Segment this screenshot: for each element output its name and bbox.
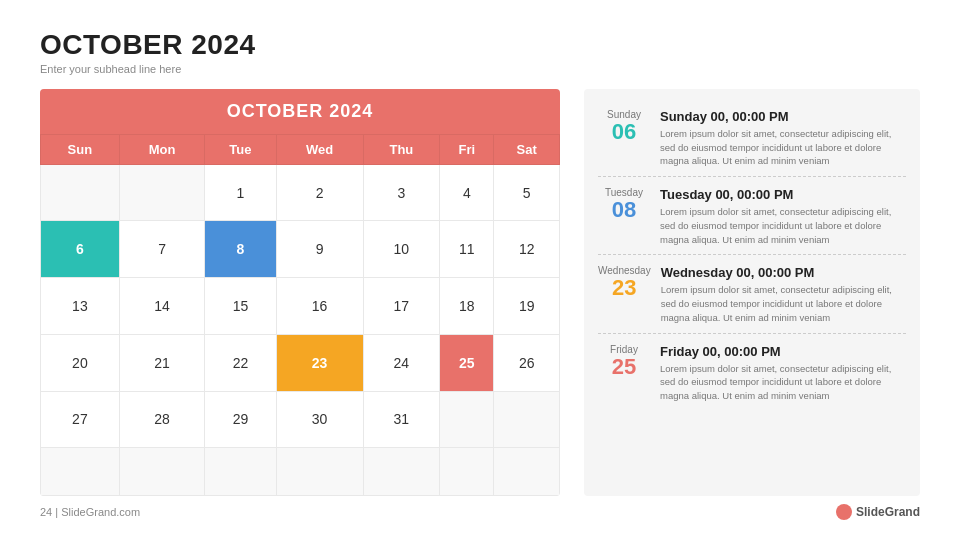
calendar-cell: 19 xyxy=(494,278,560,335)
event-details: Sunday 00, 00:00 PM Lorem ipsum dolor si… xyxy=(660,107,906,168)
calendar-cell: 28 xyxy=(119,391,204,448)
day-sat: Sat xyxy=(494,134,560,164)
content-row: OCTOBER 2024 Sun Mon Tue Wed Thu Fri Sat… xyxy=(40,89,920,496)
footer: 24 | SlideGrand.com SlideGrand xyxy=(40,496,920,520)
event-day-number: 23 xyxy=(612,276,636,300)
calendar-days-row: Sun Mon Tue Wed Thu Fri Sat xyxy=(41,134,560,164)
event-day-number: 25 xyxy=(612,355,636,379)
calendar-cell xyxy=(440,448,494,496)
footer-website: | SlideGrand.com xyxy=(55,506,140,518)
calendar-cell xyxy=(119,164,204,221)
event-title: Friday 00, 00:00 PM xyxy=(660,344,906,359)
calendar-cell: 24 xyxy=(363,334,440,391)
footer-brand: SlideGrand xyxy=(836,504,920,520)
calendar-cell xyxy=(363,448,440,496)
event-day-number: 06 xyxy=(612,120,636,144)
event-item: Wednesday 23 Wednesday 00, 00:00 PM Lore… xyxy=(598,255,906,333)
calendar-row: 13141516171819 xyxy=(41,278,560,335)
calendar-cell: 29 xyxy=(205,391,276,448)
calendar-cell: 12 xyxy=(494,221,560,278)
calendar-body: 1234567891011121314151617181920212223242… xyxy=(41,164,560,495)
event-desc: Lorem ipsum dolor sit amet, consectetur … xyxy=(660,205,906,246)
event-item: Tuesday 08 Tuesday 00, 00:00 PM Lorem ip… xyxy=(598,177,906,255)
calendar-cell xyxy=(276,448,363,496)
event-day-block: Tuesday 08 xyxy=(598,185,650,222)
event-title: Sunday 00, 00:00 PM xyxy=(660,109,906,124)
footer-page-info: 24 | SlideGrand.com xyxy=(40,506,140,518)
calendar-cell: 27 xyxy=(41,391,120,448)
calendar-cell: 18 xyxy=(440,278,494,335)
calendar-cell: 8 xyxy=(205,221,276,278)
calendar-cell: 5 xyxy=(494,164,560,221)
calendar-cell: 4 xyxy=(440,164,494,221)
page-title: OCTOBER 2024 xyxy=(40,30,920,61)
event-details: Wednesday 00, 00:00 PM Lorem ipsum dolor… xyxy=(661,263,906,324)
event-day-block: Sunday 06 xyxy=(598,107,650,144)
calendar-cell: 7 xyxy=(119,221,204,278)
calendar-row: 6789101112 xyxy=(41,221,560,278)
calendar-cell xyxy=(440,391,494,448)
events-section: Sunday 06 Sunday 00, 00:00 PM Lorem ipsu… xyxy=(584,89,920,496)
calendar-cell: 22 xyxy=(205,334,276,391)
page-number: 24 xyxy=(40,506,52,518)
calendar-section: OCTOBER 2024 Sun Mon Tue Wed Thu Fri Sat… xyxy=(40,89,560,496)
calendar-row: 2728293031 xyxy=(41,391,560,448)
page: OCTOBER 2024 Enter your subhead line her… xyxy=(0,0,960,540)
calendar-row: 12345 xyxy=(41,164,560,221)
calendar-header: OCTOBER 2024 xyxy=(40,89,560,134)
calendar-cell: 23 xyxy=(276,334,363,391)
calendar-cell: 11 xyxy=(440,221,494,278)
calendar-cell: 26 xyxy=(494,334,560,391)
calendar-cell xyxy=(205,448,276,496)
day-sun: Sun xyxy=(41,134,120,164)
event-title: Tuesday 00, 00:00 PM xyxy=(660,187,906,202)
event-day-block: Wednesday 23 xyxy=(598,263,651,300)
calendar-cell: 21 xyxy=(119,334,204,391)
calendar-cell: 14 xyxy=(119,278,204,335)
event-item: Friday 25 Friday 00, 00:00 PM Lorem ipsu… xyxy=(598,334,906,411)
event-title: Wednesday 00, 00:00 PM xyxy=(661,265,906,280)
brand-icon xyxy=(836,504,852,520)
calendar-cell: 1 xyxy=(205,164,276,221)
calendar-row: 20212223242526 xyxy=(41,334,560,391)
calendar-cell: 20 xyxy=(41,334,120,391)
calendar-cell: 6 xyxy=(41,221,120,278)
calendar-cell xyxy=(119,448,204,496)
event-desc: Lorem ipsum dolor sit amet, consectetur … xyxy=(661,283,906,324)
calendar-cell: 15 xyxy=(205,278,276,335)
calendar-cell xyxy=(494,391,560,448)
day-wed: Wed xyxy=(276,134,363,164)
calendar-table: Sun Mon Tue Wed Thu Fri Sat 123456789101… xyxy=(40,134,560,496)
calendar-cell: 31 xyxy=(363,391,440,448)
calendar-cell: 25 xyxy=(440,334,494,391)
calendar-cell: 9 xyxy=(276,221,363,278)
day-fri: Fri xyxy=(440,134,494,164)
event-desc: Lorem ipsum dolor sit amet, consectetur … xyxy=(660,362,906,403)
event-details: Tuesday 00, 00:00 PM Lorem ipsum dolor s… xyxy=(660,185,906,246)
day-thu: Thu xyxy=(363,134,440,164)
page-subtitle: Enter your subhead line here xyxy=(40,63,920,75)
calendar-cell: 10 xyxy=(363,221,440,278)
calendar-cell: 17 xyxy=(363,278,440,335)
event-desc: Lorem ipsum dolor sit amet, consectetur … xyxy=(660,127,906,168)
event-day-number: 08 xyxy=(612,198,636,222)
calendar-cell: 30 xyxy=(276,391,363,448)
event-details: Friday 00, 00:00 PM Lorem ipsum dolor si… xyxy=(660,342,906,403)
brand-name: SlideGrand xyxy=(856,505,920,519)
day-mon: Mon xyxy=(119,134,204,164)
calendar-row xyxy=(41,448,560,496)
day-tue: Tue xyxy=(205,134,276,164)
calendar-cell: 3 xyxy=(363,164,440,221)
calendar-cell xyxy=(41,448,120,496)
event-day-block: Friday 25 xyxy=(598,342,650,379)
calendar-cell xyxy=(41,164,120,221)
calendar-cell: 2 xyxy=(276,164,363,221)
calendar-cell: 13 xyxy=(41,278,120,335)
event-item: Sunday 06 Sunday 00, 00:00 PM Lorem ipsu… xyxy=(598,99,906,177)
calendar-cell xyxy=(494,448,560,496)
calendar-cell: 16 xyxy=(276,278,363,335)
